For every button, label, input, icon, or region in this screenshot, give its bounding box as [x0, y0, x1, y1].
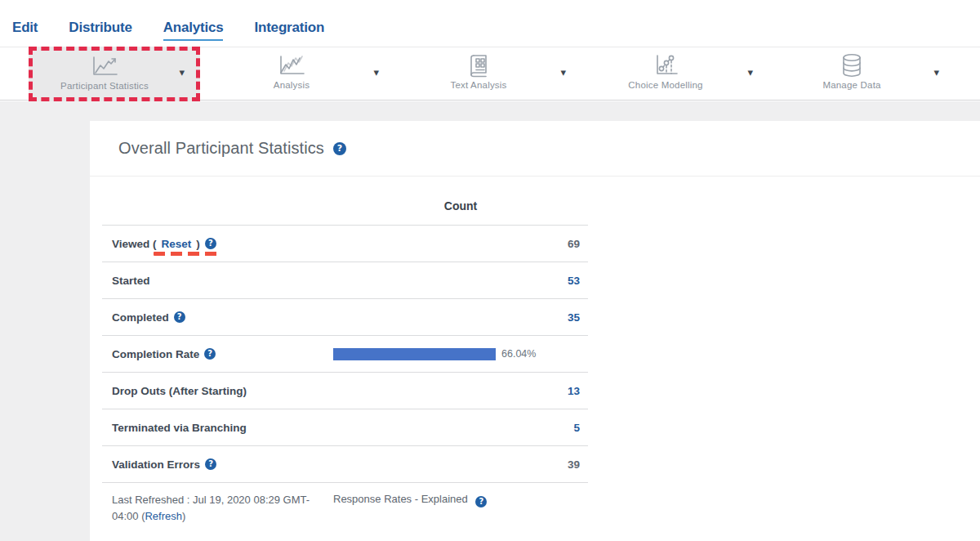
nav-item-integration[interactable]: Integration: [254, 20, 324, 41]
row-value: 39: [333, 458, 588, 471]
completion-rate-value: 66.04%: [501, 348, 536, 360]
line-chart-icon: [90, 54, 119, 78]
database-icon: [840, 53, 863, 78]
chevron-down-icon[interactable]: ▾: [179, 67, 185, 78]
table-footer: Last Refreshed : Jul 19, 2020 08:29 GMT-…: [102, 492, 588, 525]
row-label: Drop Outs (After Starting): [112, 385, 247, 397]
row-value-link[interactable]: 5: [333, 422, 588, 434]
last-refreshed-text: Last Refreshed : Jul 19, 2020 08:29 GMT-…: [102, 492, 333, 525]
count-column-header: Count: [333, 199, 588, 212]
document-grid-icon: [467, 53, 490, 78]
participant-statistics-panel: Overall Participant Statistics ? Count V…: [90, 121, 980, 541]
nav-item-analytics[interactable]: Analytics: [163, 20, 224, 41]
help-icon[interactable]: ?: [205, 238, 216, 249]
help-icon[interactable]: ?: [174, 311, 185, 323]
help-icon[interactable]: ?: [333, 142, 346, 155]
analytics-toolbar: Participant Statistics ▾ Analysis ▾: [0, 47, 980, 101]
table-row-completion-rate: Completion Rate ? 66.04%: [102, 335, 588, 372]
toolbar-item-label: Manage Data: [822, 80, 880, 90]
toolbar-item-label: Text Analysis: [450, 80, 506, 90]
panel-header: Overall Participant Statistics ?: [90, 121, 980, 177]
row-label: Viewed (: [112, 238, 157, 250]
chevron-down-icon[interactable]: ▾: [560, 67, 566, 78]
app-window: Edit Distribute Analytics Integration Pa…: [0, 0, 980, 541]
chevron-down-icon[interactable]: ▾: [747, 67, 753, 78]
table-row-started: Started 53: [102, 262, 588, 298]
help-icon[interactable]: ?: [204, 348, 216, 360]
row-value-link[interactable]: 35: [333, 311, 588, 324]
page-title: Overall Participant Statistics: [118, 139, 324, 158]
row-label-close: ): [196, 238, 200, 250]
toolbar-item-choice-modelling[interactable]: Choice Modelling ▾: [590, 47, 761, 101]
row-label: Validation Errors: [112, 458, 200, 471]
row-label: Completion Rate: [112, 348, 199, 360]
reset-highlight-underline: [154, 252, 219, 256]
row-value: 69: [333, 238, 588, 250]
scatter-chart-icon: [652, 53, 679, 78]
chevron-down-icon[interactable]: ▾: [373, 67, 379, 78]
row-value-link[interactable]: 53: [333, 275, 588, 287]
toolbar-item-text-analysis[interactable]: Text Analysis ▾: [403, 47, 574, 101]
toolbar-item-manage-data[interactable]: Manage Data ▾: [776, 47, 947, 101]
nav-item-edit[interactable]: Edit: [12, 20, 38, 41]
reset-link[interactable]: Reset: [162, 238, 192, 250]
table-row-drop-outs: Drop Outs (After Starting) 13: [102, 372, 588, 409]
table-row-validation-errors: Validation Errors ? 39: [102, 445, 588, 482]
row-label: Completed: [112, 311, 169, 324]
toolbar-item-participant-statistics[interactable]: Participant Statistics ▾: [29, 47, 200, 101]
row-label: Started: [112, 275, 150, 287]
toolbar-item-analysis[interactable]: Analysis ▾: [216, 47, 387, 101]
nav-item-distribute[interactable]: Distribute: [69, 20, 131, 41]
statistics-table: Count Viewed ( Reset ) ? 69 Started 53: [102, 186, 588, 483]
toolbar-item-label: Participant Statistics: [60, 81, 149, 91]
completion-rate-bar-fill: [333, 348, 496, 360]
help-icon[interactable]: ?: [205, 458, 216, 470]
refresh-link[interactable]: Refresh: [145, 510, 182, 522]
row-label: Terminated via Branching: [112, 422, 247, 434]
completion-rate-bar: 66.04%: [333, 348, 588, 360]
table-row-viewed: Viewed ( Reset ) ? 69: [102, 225, 588, 262]
help-icon[interactable]: ?: [475, 496, 487, 507]
table-row-terminated: Terminated via Branching 5: [102, 409, 588, 445]
chevron-down-icon[interactable]: ▾: [933, 67, 939, 78]
table-row-completed: Completed ? 35: [102, 298, 588, 335]
row-value-link[interactable]: 13: [333, 385, 588, 397]
response-rates-explained: Response Rates - Explained ?: [333, 492, 487, 525]
multi-line-chart-icon: [277, 53, 306, 78]
toolbar-item-label: Analysis: [274, 80, 310, 90]
table-header-row: Count: [102, 186, 588, 225]
toolbar-item-label: Choice Modelling: [628, 80, 702, 90]
top-nav: Edit Distribute Analytics Integration: [12, 20, 324, 41]
